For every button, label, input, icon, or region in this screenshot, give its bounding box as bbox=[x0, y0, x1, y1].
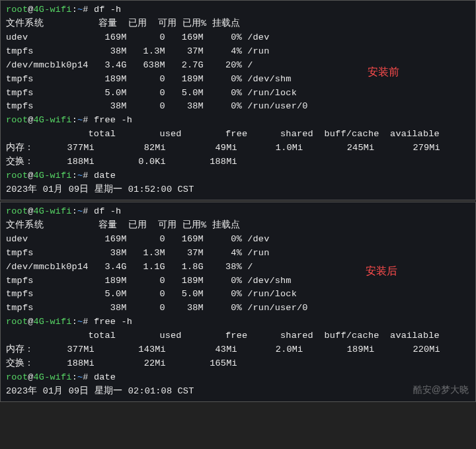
prompt-line[interactable]: root@4G-wifi:~# free -h bbox=[6, 114, 470, 128]
prompt-line[interactable]: root@4G-wifi:~# df -h bbox=[6, 205, 470, 219]
df-row: tmpfs 38M 1.3M 37M 4% /run bbox=[6, 247, 470, 261]
terminal-panel-before[interactable]: root@4G-wifi:~# df -h文件系统 容量 已用 可用 已用% 挂… bbox=[0, 0, 476, 200]
df-header: 文件系统 容量 已用 可用 已用% 挂载点 bbox=[6, 219, 470, 233]
df-row: tmpfs 38M 0 38M 0% /run/user/0 bbox=[6, 302, 470, 315]
df-row: tmpfs 189M 0 189M 0% /dev/shm bbox=[6, 274, 470, 288]
df-row: tmpfs 38M 0 38M 0% /run/user/0 bbox=[6, 100, 470, 114]
free-row: 内存： 377Mi 82Mi 49Mi 1.0Mi 245Mi 279Mi bbox=[6, 142, 470, 155]
df-row: udev 169M 0 169M 0% /dev bbox=[6, 31, 470, 45]
prompt-line[interactable]: root@4G-wifi:~# free -h bbox=[6, 315, 470, 329]
free-row: 交换： 188Mi 22Mi 165Mi bbox=[6, 357, 470, 371]
date-output: 2023年 01月 09日 星期一 02:01:08 CST bbox=[6, 385, 470, 399]
df-row: tmpfs 38M 1.3M 37M 4% /run bbox=[6, 45, 470, 59]
annotation-after: 安装后 bbox=[366, 263, 397, 280]
date-output: 2023年 01月 09日 星期一 01:52:00 CST bbox=[6, 183, 470, 197]
df-row: tmpfs 5.0M 0 5.0M 0% /run/lock bbox=[6, 288, 470, 302]
df-row: /dev/mmcblk0p14 3.4G 638M 2.7G 20% / bbox=[6, 59, 470, 73]
free-row: 交换： 188Mi 0.0Ki 188Mi bbox=[6, 155, 470, 169]
df-row: tmpfs 189M 0 189M 0% /dev/shm bbox=[6, 73, 470, 87]
prompt-line[interactable]: root@4G-wifi:~# date bbox=[6, 169, 470, 183]
df-header: 文件系统 容量 已用 可用 已用% 挂载点 bbox=[6, 17, 470, 31]
df-row: udev 169M 0 169M 0% /dev bbox=[6, 233, 470, 247]
prompt-line[interactable]: root@4G-wifi:~# df -h bbox=[6, 3, 470, 17]
free-header: total used free shared buff/cache availa… bbox=[6, 128, 470, 142]
df-row: /dev/mmcblk0p14 3.4G 1.1G 1.8G 38% / bbox=[6, 261, 470, 274]
prompt-line[interactable]: root@4G-wifi:~# date bbox=[6, 371, 470, 385]
free-header: total used free shared buff/cache availa… bbox=[6, 329, 470, 343]
free-row: 内存： 377Mi 143Mi 43Mi 2.0Mi 189Mi 220Mi bbox=[6, 343, 470, 357]
df-row: tmpfs 5.0M 0 5.0M 0% /run/lock bbox=[6, 87, 470, 101]
terminal-panel-after[interactable]: root@4G-wifi:~# df -h文件系统 容量 已用 可用 已用% 挂… bbox=[0, 202, 476, 402]
annotation-before: 安装前 bbox=[368, 64, 399, 81]
